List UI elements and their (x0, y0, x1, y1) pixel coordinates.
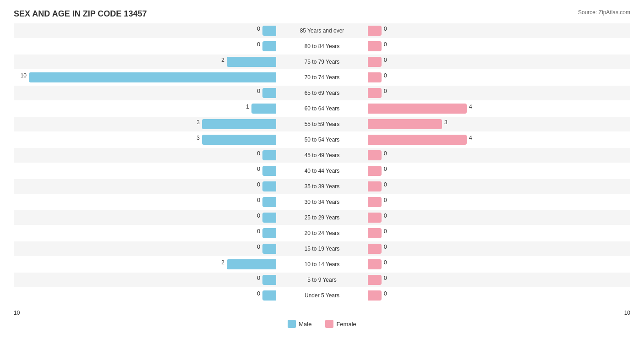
bar-row: 0Under 5 Years0 (14, 288, 630, 303)
bar-row: 015 to 19 Years0 (14, 241, 630, 256)
age-label: 75 to 79 Years (276, 59, 368, 65)
male-section: 0 (14, 288, 276, 303)
female-value: 0 (382, 88, 387, 94)
age-label: 65 to 69 Years (276, 90, 368, 96)
female-bar: 0 (368, 72, 382, 82)
male-section: 0 (14, 273, 276, 287)
bar-row: 040 to 44 Years0 (14, 164, 630, 178)
female-legend-box (325, 320, 333, 328)
female-bar: 4 (368, 135, 467, 145)
female-value: 4 (467, 135, 472, 141)
age-label: 55 to 59 Years (276, 121, 368, 127)
bar-row: 030 to 34 Years0 (14, 195, 630, 209)
female-bar: 0 (368, 88, 382, 98)
age-label: 45 to 49 Years (276, 152, 368, 159)
age-label: 35 to 39 Years (276, 183, 368, 190)
male-bar: 2 (227, 259, 276, 269)
male-section: 0 (14, 164, 276, 178)
female-value: 0 (382, 150, 387, 157)
male-section: 0 (14, 179, 276, 194)
male-value: 0 (257, 88, 262, 94)
female-section: 0 (368, 226, 630, 241)
male-bar: 3 (202, 135, 276, 145)
age-label: 10 to 14 Years (276, 261, 368, 268)
male-section: 0 (14, 86, 276, 100)
male-bar: 0 (262, 166, 276, 176)
female-section: 0 (368, 241, 630, 256)
bar-row: 035 to 39 Years0 (14, 179, 630, 194)
male-bar: 0 (262, 275, 276, 285)
male-value: 0 (257, 150, 262, 157)
bar-row: 160 to 64 Years4 (14, 101, 630, 116)
male-value: 0 (257, 244, 262, 250)
female-value: 0 (382, 275, 387, 281)
female-section: 0 (368, 55, 630, 69)
female-section: 0 (368, 257, 630, 272)
female-section: 0 (368, 273, 630, 287)
legend-female: Female (325, 320, 356, 328)
chart-container: SEX AND AGE IN ZIP CODE 13457 Source: Zi… (0, 0, 644, 339)
male-section: 0 (14, 148, 276, 163)
male-value: 3 (196, 135, 202, 141)
male-section: 0 (14, 226, 276, 241)
source-label: Source: ZipAtlas.com (578, 9, 630, 16)
male-section: 1 (14, 101, 276, 116)
bar-row: 05 to 9 Years0 (14, 273, 630, 287)
bar-row: 350 to 54 Years4 (14, 132, 630, 147)
female-section: 0 (368, 195, 630, 209)
age-label: 25 to 29 Years (276, 214, 368, 221)
female-bar: 0 (368, 41, 382, 51)
axis-right-val: 10 (624, 310, 630, 316)
female-value: 0 (382, 259, 387, 266)
male-section: 2 (14, 257, 276, 272)
female-section: 0 (368, 86, 630, 100)
age-label: 20 to 24 Years (276, 230, 368, 236)
female-value: 0 (382, 166, 387, 172)
male-value: 0 (257, 228, 262, 235)
female-bar: 0 (368, 228, 382, 238)
female-value: 0 (382, 72, 387, 79)
male-bar: 1 (251, 104, 276, 114)
male-bar: 0 (262, 26, 276, 36)
male-bar: 0 (262, 197, 276, 207)
male-legend-label: Male (299, 321, 311, 328)
male-bar: 3 (202, 119, 276, 129)
female-value: 0 (382, 213, 387, 219)
female-bar: 0 (368, 213, 382, 223)
bar-row: 210 to 14 Years0 (14, 257, 630, 272)
male-value: 2 (221, 259, 227, 266)
male-bar: 10 (29, 72, 276, 82)
female-section: 0 (368, 39, 630, 54)
female-value: 0 (382, 228, 387, 235)
bar-row: 080 to 84 Years0 (14, 39, 630, 54)
female-bar: 0 (368, 290, 382, 301)
male-value: 2 (221, 57, 227, 63)
male-section: 0 (14, 195, 276, 209)
female-section: 0 (368, 210, 630, 225)
age-label: 30 to 34 Years (276, 199, 368, 205)
female-bar: 0 (368, 150, 382, 160)
male-value: 0 (257, 290, 262, 297)
male-value: 1 (246, 104, 251, 110)
male-bar: 2 (227, 57, 276, 67)
bar-row: 355 to 59 Years3 (14, 117, 630, 131)
female-value: 0 (382, 41, 387, 48)
female-section: 0 (368, 148, 630, 163)
male-bar: 0 (262, 228, 276, 238)
male-bar: 0 (262, 88, 276, 98)
female-bar: 0 (368, 197, 382, 207)
male-bar: 0 (262, 41, 276, 51)
age-label: 50 to 54 Years (276, 137, 368, 143)
bar-row: 065 to 69 Years0 (14, 86, 630, 100)
female-value: 0 (382, 290, 387, 297)
female-value: 0 (382, 181, 387, 188)
male-section: 10 (14, 70, 276, 85)
age-label: 60 to 64 Years (276, 105, 368, 112)
male-value: 10 (21, 72, 29, 79)
female-bar: 0 (368, 181, 382, 191)
bar-row: 020 to 24 Years0 (14, 226, 630, 241)
male-bar: 0 (262, 244, 276, 254)
male-value: 0 (257, 41, 262, 48)
female-bar: 0 (368, 26, 382, 36)
female-bar: 0 (368, 244, 382, 254)
